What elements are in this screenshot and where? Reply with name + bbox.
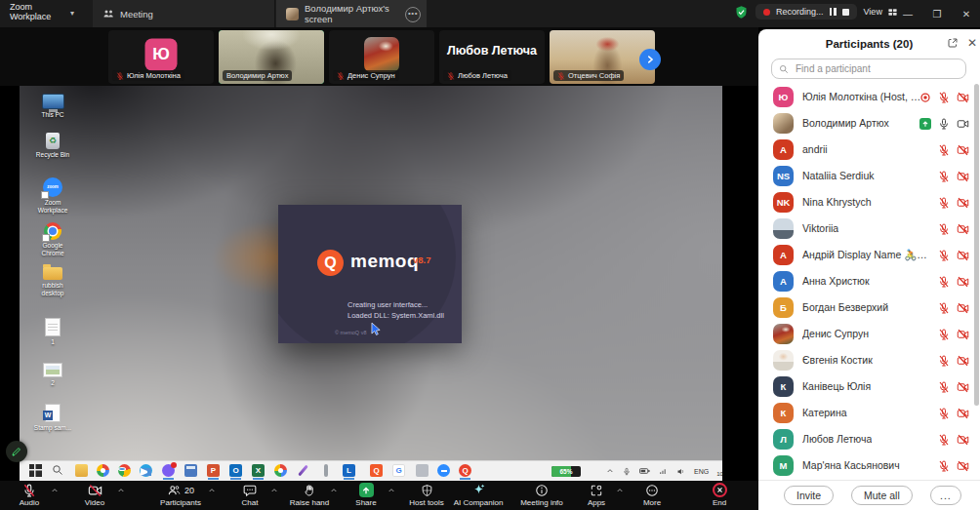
participant-row[interactable]: Viktoriia xyxy=(758,216,980,242)
desktop-icon-this-pc[interactable]: This PC xyxy=(25,94,80,119)
close-button[interactable]: ✕ xyxy=(952,9,980,20)
video-tile[interactable]: Любов Летюча Любов Летюча xyxy=(439,30,545,84)
stop-recording-icon[interactable] xyxy=(842,9,849,16)
desktop-icon-doc-1[interactable]: 1 xyxy=(25,318,80,346)
shared-screen: This PC ♻Recycle Bin zoomZoom Workplace … xyxy=(20,86,722,481)
tray-mic-icon[interactable] xyxy=(623,467,631,476)
window-titlebar: Zoom Workplace ▾ Meeting Володимир Артюх… xyxy=(0,0,980,27)
participant-row[interactable]: К Катерина xyxy=(758,400,980,426)
desktop-icon-rubbish-folder[interactable]: rubbish desktop xyxy=(25,267,80,296)
memoq-icon[interactable]: Q xyxy=(370,464,383,477)
popout-icon[interactable] xyxy=(947,37,959,49)
telegram-icon[interactable] xyxy=(140,464,152,477)
pen-tool-icon[interactable] xyxy=(297,464,309,477)
maximize-button[interactable]: ❐ xyxy=(922,9,952,20)
participant-row[interactable]: Л Любов Летюча xyxy=(758,426,980,452)
calculator-icon[interactable] xyxy=(184,464,197,477)
memoq-running-icon[interactable]: Q xyxy=(459,464,471,477)
stylus-tool-icon[interactable] xyxy=(319,464,332,477)
chrome-icon[interactable] xyxy=(118,464,131,477)
zoom-app-icon[interactable] xyxy=(437,464,450,477)
viber-icon[interactable] xyxy=(162,464,175,477)
camera-off-icon xyxy=(957,460,969,472)
recording-label: Recording... xyxy=(776,7,824,17)
audio-options-chevron-icon[interactable] xyxy=(51,487,59,494)
google-app-icon[interactable]: G xyxy=(392,464,405,477)
desktop-icon-word-doc[interactable]: Stamp sam... xyxy=(25,404,80,432)
avatar: К xyxy=(773,376,794,397)
photos-app-icon[interactable] xyxy=(97,464,109,477)
participant-row[interactable]: NS Nataliia Serdiuk xyxy=(758,163,980,189)
tray-battery-icon[interactable] xyxy=(639,467,650,475)
camera-off-icon xyxy=(957,434,969,446)
participant-row[interactable]: Володимир Артюх xyxy=(758,110,980,137)
recording-controls: Recording... xyxy=(755,4,857,20)
security-shield-icon[interactable] xyxy=(734,5,749,20)
participant-row[interactable]: A andrii xyxy=(758,137,980,163)
video-tile-active-speaker[interactable]: Володимир Артюх xyxy=(219,30,324,84)
camera-off-icon xyxy=(957,355,969,367)
panel-scrollbar[interactable] xyxy=(974,84,979,406)
google-photos-icon[interactable] xyxy=(274,464,287,477)
participants-options-chevron-icon[interactable] xyxy=(208,487,216,494)
tray-speaker-icon[interactable] xyxy=(676,467,685,476)
sharing-screen-icon xyxy=(919,118,931,130)
participant-row[interactable]: А Анна Христюк xyxy=(758,268,980,294)
mic-off-icon xyxy=(938,329,950,340)
desktop-icon-google-chrome[interactable]: Google Chrome xyxy=(25,222,80,256)
tray-language[interactable]: ENG xyxy=(694,468,709,475)
l-app-icon[interactable]: L xyxy=(343,464,355,477)
tile-name: Любов Летюча xyxy=(458,71,508,80)
mic-off-icon xyxy=(938,434,950,446)
camera-off-icon xyxy=(957,223,969,235)
share-options-chevron-icon[interactable] xyxy=(388,487,395,494)
participant-search[interactable] xyxy=(771,59,966,79)
snip-tool-icon[interactable] xyxy=(416,464,429,477)
video-options-chevron-icon[interactable] xyxy=(117,487,125,494)
search-input[interactable] xyxy=(794,62,959,75)
tray-clock[interactable]: 11:23 10.12.2025 xyxy=(716,464,722,478)
participant-row[interactable]: Денис Супрун xyxy=(758,321,980,347)
participant-row[interactable]: NK Nina Khrystych xyxy=(758,189,980,216)
minimize-button[interactable]: — xyxy=(893,9,922,20)
taskbar-search-icon[interactable] xyxy=(52,464,64,477)
ai-companion-button[interactable]: AI Companion xyxy=(447,483,510,507)
participant-row[interactable]: М Мар'яна Касьянович xyxy=(758,452,980,479)
invite-button[interactable]: Invite xyxy=(784,486,834,505)
battery-percent-widget[interactable]: 65% xyxy=(551,461,581,481)
meeting-info-button[interactable]: Meeting info xyxy=(510,483,573,507)
tray-network-icon[interactable] xyxy=(659,467,668,475)
participants-button[interactable]: 20 Participants xyxy=(149,483,212,507)
desktop-icon-zoom-workplace[interactable]: zoomZoom Workplace xyxy=(25,177,80,214)
chevron-down-icon[interactable]: ▾ xyxy=(70,9,74,18)
close-panel-icon[interactable]: ✕ xyxy=(967,36,977,50)
excel-icon[interactable]: X xyxy=(252,464,265,477)
panel-more-button[interactable]: ... xyxy=(930,486,961,505)
participant-row[interactable]: A Андрій Display Name 🚴🇺🇦🎓🐯🤖… xyxy=(758,242,980,268)
start-button-icon[interactable] xyxy=(29,464,42,477)
tab-meeting[interactable]: Meeting xyxy=(93,0,275,27)
participant-row[interactable]: Євгенія Костик xyxy=(758,347,980,373)
more-button[interactable]: More xyxy=(621,483,683,507)
tray-chevron-icon[interactable] xyxy=(606,467,614,475)
splash-status-line: Creating user interface... xyxy=(347,300,428,309)
participant-row[interactable]: Ю Юлія Молоткіна (Host, me) xyxy=(758,84,980,110)
participant-row[interactable]: Б Богдан Безверхий xyxy=(758,294,980,321)
desktop-icon-recycle-bin[interactable]: ♻Recycle Bin xyxy=(25,133,80,159)
tab-options-icon[interactable]: ••• xyxy=(405,7,421,22)
mute-all-button[interactable]: Mute all xyxy=(851,486,913,505)
desktop-icon-image-2[interactable]: 2 xyxy=(25,363,80,387)
powerpoint-icon[interactable]: P xyxy=(207,464,220,477)
pause-recording-icon[interactable] xyxy=(830,8,837,16)
annotation-pencil-button[interactable] xyxy=(6,441,27,462)
video-tile[interactable]: Денис Супрун xyxy=(329,30,434,84)
mic-off-icon xyxy=(938,144,950,156)
file-explorer-icon[interactable] xyxy=(75,464,88,477)
tab-shared-screen[interactable]: Володимир Артюх's screen xyxy=(276,0,427,27)
chat-options-chevron-icon[interactable] xyxy=(270,487,278,494)
outlook-icon[interactable]: O xyxy=(229,464,242,477)
next-participants-arrow[interactable] xyxy=(639,49,661,70)
participant-row[interactable]: К Канівець Юлія xyxy=(758,373,980,400)
video-tile[interactable]: Ю Юлія Молоткіна xyxy=(108,30,214,84)
end-meeting-button[interactable]: End xyxy=(688,483,751,507)
